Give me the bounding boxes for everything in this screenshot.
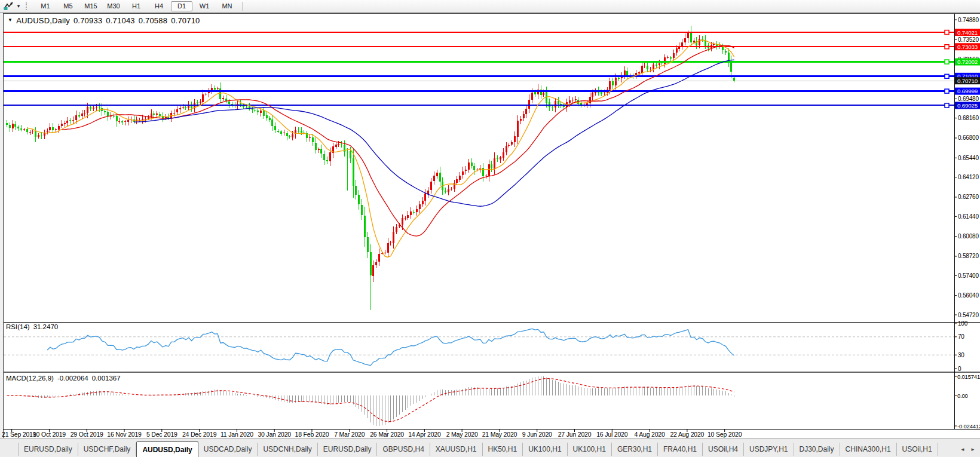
symbol-tab-audusd-2[interactable]: AUDUSD,Daily xyxy=(136,441,198,457)
timeframe-button-mn[interactable]: MN xyxy=(216,1,238,11)
rsi-header: RSI(14) 31.2470 xyxy=(6,323,62,330)
svg-text:0.65440: 0.65440 xyxy=(958,155,979,161)
svg-text:70: 70 xyxy=(958,333,964,340)
svg-text:27 Jun 2020: 27 Jun 2020 xyxy=(558,431,592,438)
svg-text:0.72002: 0.72002 xyxy=(957,59,978,65)
symbol-tab-dj30-15[interactable]: DJ30,Daily xyxy=(794,443,840,456)
svg-text:0.64120: 0.64120 xyxy=(958,174,979,180)
timeframe-toolbar: ▾ M1M5M15M30H1H4D1W1MN xyxy=(0,0,980,13)
symbol-tab-fra40-12[interactable]: FRA40,H1 xyxy=(658,443,703,456)
svg-text:0.56040: 0.56040 xyxy=(958,292,979,299)
svg-text:0.015741: 0.015741 xyxy=(957,373,980,380)
symbol-tab-hk50-8[interactable]: HK50,H1 xyxy=(483,443,523,456)
timeframe-button-h4[interactable]: H4 xyxy=(148,1,170,11)
timeframe-button-m1[interactable]: M1 xyxy=(35,1,56,11)
svg-text:16 Jul 2020: 16 Jul 2020 xyxy=(596,431,627,438)
svg-text:0.66800: 0.66800 xyxy=(958,134,979,141)
svg-text:0.62760: 0.62760 xyxy=(958,194,979,200)
svg-text:21 Sep 2019: 21 Sep 2019 xyxy=(2,431,36,438)
svg-text:0.69025: 0.69025 xyxy=(957,102,978,109)
svg-text:10 Sep 2020: 10 Sep 2020 xyxy=(708,431,742,438)
svg-text:0: 0 xyxy=(958,366,961,372)
toolbar-separator xyxy=(242,2,243,11)
timeframe-button-m30[interactable]: M30 xyxy=(103,1,124,11)
macd-header: MACD(12,26,9) -0.002064 0.001367 xyxy=(6,375,124,382)
svg-text:21 May 2020: 21 May 2020 xyxy=(482,431,517,438)
macd-label: MACD(12,26,9) xyxy=(6,375,54,382)
symbol-tab-uk100-10[interactable]: UK100,H1 xyxy=(568,443,612,456)
svg-text:18 Feb 2020: 18 Feb 2020 xyxy=(295,431,329,438)
svg-text:0.61440: 0.61440 xyxy=(958,213,979,220)
symbol-tab-eurusd-0[interactable]: EURUSD,Daily xyxy=(18,443,78,456)
svg-text:0.00: 0.00 xyxy=(957,392,968,399)
symbol-tab-usoil-13[interactable]: USOil,H4 xyxy=(703,443,744,456)
macd-main-value: -0.002064 xyxy=(57,375,88,382)
timeframe-button-m15[interactable]: M15 xyxy=(80,1,102,11)
svg-text:29 Oct 2019: 29 Oct 2019 xyxy=(71,431,103,438)
svg-text:7 Mar 2020: 7 Mar 2020 xyxy=(334,431,365,438)
svg-text:0.57400: 0.57400 xyxy=(958,272,979,279)
tab-scroll-right-icon[interactable]: ► xyxy=(969,445,977,453)
svg-text:0.73033: 0.73033 xyxy=(957,44,978,50)
svg-text:100: 100 xyxy=(958,320,968,327)
svg-text:30: 30 xyxy=(958,352,964,358)
symbol-tab-xauusd-7[interactable]: XAUUSD,H1 xyxy=(430,443,483,456)
macd-signal-value: 0.001367 xyxy=(92,375,121,382)
svg-text:24 Dec 2019: 24 Dec 2019 xyxy=(182,431,217,438)
svg-text:0.69480: 0.69480 xyxy=(958,96,979,102)
chart-title: ▼ AUDUSD,Daily 0.70933 0.71043 0.70588 0… xyxy=(8,16,204,25)
timeframe-button-h1[interactable]: H1 xyxy=(125,1,147,11)
toolbar-grip[interactable] xyxy=(26,2,29,10)
chart-style-dropdown-caret[interactable]: ▾ xyxy=(15,3,22,9)
symbol-tab-ger30-11[interactable]: GER30,H1 xyxy=(612,443,658,456)
symbol-tab-uk100-9[interactable]: UK100,H1 xyxy=(523,443,567,456)
rsi-value: 31.2470 xyxy=(33,323,59,330)
symbol-tab-usoil-17[interactable]: USOil,H1 xyxy=(897,443,938,456)
svg-text:9 Jun 2020: 9 Jun 2020 xyxy=(522,431,552,438)
svg-text:16 Nov 2019: 16 Nov 2019 xyxy=(107,431,142,438)
symbol-tab-gbpusd-6[interactable]: GBPUSD,H4 xyxy=(377,443,430,456)
svg-text:26 Mar 2020: 26 Mar 2020 xyxy=(370,431,404,438)
svg-text:2 May 2020: 2 May 2020 xyxy=(446,431,478,438)
ohlc-close: 0.70710 xyxy=(171,16,200,25)
svg-text:14 Apr 2020: 14 Apr 2020 xyxy=(408,431,441,438)
symbol-tab-china300-16[interactable]: CHINA300,H1 xyxy=(840,443,897,456)
collapse-chart-icon[interactable]: ▼ xyxy=(8,17,13,23)
symbol-tab-bar: EURUSD,DailyUSDCHF,DailyAUDUSD,DailyUSDC… xyxy=(0,438,980,457)
svg-text:0.69999: 0.69999 xyxy=(957,88,978,94)
tab-scroll-left-icon[interactable]: ◄ xyxy=(958,445,967,453)
svg-text:0.70710: 0.70710 xyxy=(957,78,978,84)
timeframe-button-m5[interactable]: M5 xyxy=(57,1,79,11)
svg-text:0.74021: 0.74021 xyxy=(957,29,978,36)
svg-text:0.73520: 0.73520 xyxy=(958,36,979,43)
rsi-label: RSI(14) xyxy=(6,323,30,330)
timeframe-button-w1[interactable]: W1 xyxy=(194,1,215,11)
svg-text:10 Oct 2019: 10 Oct 2019 xyxy=(33,431,66,438)
symbol-tab-usdjpy-14[interactable]: USDJPY,H1 xyxy=(744,443,794,456)
svg-text:22 Aug 2020: 22 Aug 2020 xyxy=(670,431,704,438)
svg-text:5 Dec 2019: 5 Dec 2019 xyxy=(146,431,177,438)
symbol-tab-eurusd-5[interactable]: EURUSD,Daily xyxy=(318,443,378,456)
symbol-tab-usdcnh-4[interactable]: USDCNH,Daily xyxy=(258,443,317,456)
svg-text:0.68160: 0.68160 xyxy=(958,115,979,121)
timeframe-button-d1[interactable]: D1 xyxy=(171,1,192,11)
svg-text:0.74880: 0.74880 xyxy=(958,17,979,23)
ohlc-low: 0.70588 xyxy=(139,16,167,25)
chart-style-icon[interactable] xyxy=(2,1,15,11)
svg-text:0.54720: 0.54720 xyxy=(958,312,979,318)
tabbar-corner xyxy=(0,441,18,457)
symbol-tab-usdcad-3[interactable]: USDCAD,Daily xyxy=(198,443,258,456)
svg-text:4 Aug 2020: 4 Aug 2020 xyxy=(635,431,665,438)
price-chart-canvas[interactable]: 0.748800.735200.721600.708000.694800.681… xyxy=(0,0,980,457)
symbol-tab-usdchf-1[interactable]: USDCHF,Daily xyxy=(78,443,137,456)
chart-symbol-period: AUDUSD,Daily xyxy=(16,16,70,25)
svg-text:-0.024412: -0.024412 xyxy=(957,423,980,430)
svg-text:11 Jan 2020: 11 Jan 2020 xyxy=(220,431,253,438)
svg-text:0.60080: 0.60080 xyxy=(958,233,979,240)
svg-text:30 Jan 2020: 30 Jan 2020 xyxy=(258,431,291,438)
svg-text:0.58720: 0.58720 xyxy=(958,253,979,259)
ohlc-high: 0.71043 xyxy=(106,16,134,25)
ohlc-open: 0.70933 xyxy=(74,16,102,25)
